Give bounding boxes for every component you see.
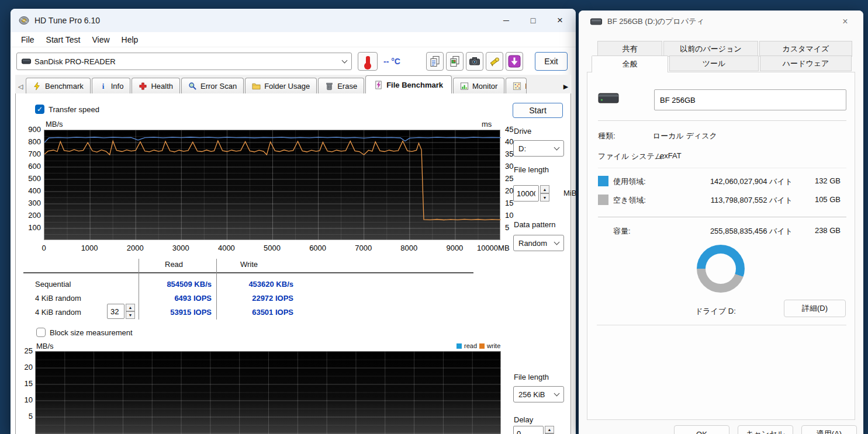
horn-icon[interactable]: [486, 52, 503, 71]
menu-help[interactable]: Help: [116, 35, 144, 44]
close-button[interactable]: ×: [547, 11, 573, 30]
props-tab-0[interactable]: 共有: [597, 41, 662, 57]
used-space-size: 132 GB: [794, 176, 841, 185]
queue-depth-spinner[interactable]: ▲▼: [107, 304, 135, 319]
props-tab-1[interactable]: 以前のバージョン: [663, 41, 758, 57]
dialog-buttons: OKキャンセル適用(A): [674, 425, 857, 434]
file-length-spinner[interactable]: ▲▼: [513, 185, 549, 202]
chart2-legend: read write: [457, 342, 500, 349]
download-icon[interactable]: [506, 52, 523, 71]
apply-button[interactable]: 適用(A): [801, 425, 857, 434]
start-button[interactable]: Start: [513, 103, 563, 118]
props-tab-1[interactable]: ツール: [669, 55, 759, 71]
chart1-ytick-left: 600: [21, 162, 41, 171]
temperature-button[interactable]: [358, 52, 378, 71]
chart1-xtick: 10000MB: [477, 244, 510, 252]
hdtune-titlebar[interactable]: HD Tune Pro 6.10 ─ □ ×: [11, 9, 576, 32]
tab-erase[interactable]: Erase: [318, 78, 364, 93]
svg-text:i: i: [102, 82, 104, 91]
general-tab-page: 種類: ローカル ディスク ファイル システム: exFAT 使用領域: 142…: [587, 72, 855, 420]
thermometer-icon: [366, 56, 370, 67]
menubar: File Start Test View Help: [11, 32, 576, 47]
write-legend-swatch: [479, 343, 485, 349]
chart1-xtick: 5000: [264, 244, 281, 252]
tab-label: Info: [111, 82, 124, 91]
chevron-down-icon: [342, 58, 348, 64]
spin-down-icon[interactable]: ▼: [126, 311, 135, 319]
tab-health[interactable]: Health: [132, 78, 180, 93]
drive-dropdown-value: D:: [518, 144, 526, 153]
file-benchmark-icon: [374, 81, 383, 89]
free-space-bytes: 113,798,807,552 バイト: [670, 195, 793, 206]
ok-button[interactable]: OK: [674, 425, 729, 434]
delay-label: Delay: [514, 415, 533, 424]
read-legend-label: read: [464, 342, 477, 349]
props-tab-2[interactable]: カスタマイズ: [759, 41, 852, 57]
spin-up-icon[interactable]: ▲: [126, 304, 135, 311]
chart1-ytick-left: 500: [21, 174, 41, 183]
drive-icon-large: [597, 88, 620, 110]
volume-name-input[interactable]: [654, 89, 846, 110]
block-size-checkbox[interactable]: Block size measurement: [36, 328, 133, 337]
menu-view[interactable]: View: [86, 35, 115, 44]
camera-icon[interactable]: [466, 52, 483, 71]
tab-r-[interactable]: R..: [506, 78, 527, 93]
props-tab-2[interactable]: ハードウェア: [760, 55, 852, 71]
delay-spinner[interactable]: ▲▼: [513, 426, 554, 434]
props-tab-0[interactable]: 全般: [592, 55, 668, 72]
exit-button[interactable]: Exit: [535, 52, 568, 71]
tab-monitor[interactable]: Monitor: [453, 78, 504, 93]
file-length-input[interactable]: [513, 185, 539, 202]
menu-file[interactable]: File: [15, 35, 40, 44]
spin-down-icon[interactable]: ▼: [540, 193, 549, 202]
col-read: Read: [165, 260, 183, 269]
drive-dropdown[interactable]: D:: [513, 140, 564, 157]
queue-depth-input[interactable]: [107, 304, 125, 319]
block-size-chart: [35, 351, 501, 434]
type-label: 種類:: [598, 131, 615, 141]
data-pattern-dropdown[interactable]: Random: [513, 235, 564, 251]
close-button[interactable]: ×: [832, 12, 859, 31]
tab-label: Erase: [337, 82, 357, 91]
tab-scroll-right[interactable]: ▶: [561, 79, 571, 93]
props-title: BF 256GB (D:)のプロパティ: [607, 16, 704, 27]
tab-info[interactable]: iInfo: [92, 78, 131, 93]
tab-benchmark[interactable]: Benchmark: [26, 78, 91, 93]
chart2-y-unit: MB/s: [36, 342, 54, 350]
spin-up-icon[interactable]: ▲: [540, 185, 549, 193]
chart1-yleft-unit: MB/s: [46, 120, 63, 129]
menu-start-test[interactable]: Start Test: [40, 35, 87, 44]
spin-up-icon[interactable]: ▲: [545, 426, 554, 433]
transfer-speed-chart: [44, 130, 500, 240]
tab-file-benchmark[interactable]: File Benchmark: [365, 75, 452, 93]
tab-error-scan[interactable]: Error Scan: [181, 78, 244, 93]
cancel-button[interactable]: キャンセル: [738, 425, 793, 434]
data-pattern-value: Random: [518, 239, 547, 248]
chart1-ytick-left: 100: [21, 223, 41, 232]
chart1-xtick: 6000: [309, 244, 326, 252]
minimize-button[interactable]: ─: [493, 11, 520, 30]
props-titlebar[interactable]: BF 256GB (D:)のプロパティ ×: [579, 11, 863, 33]
health-icon: [139, 82, 147, 91]
row-4kib-label: 4 KiB random: [35, 294, 81, 303]
copy-image-icon[interactable]: [446, 52, 464, 71]
chart1-ytick-left: 300: [21, 199, 41, 207]
temperature-value: -- °C: [383, 57, 400, 66]
chart2-ytick: 25: [18, 346, 33, 355]
used-space-swatch: [598, 176, 608, 186]
sequential-read: 854509 KB/s: [141, 280, 212, 289]
details-button[interactable]: 詳細(D): [784, 300, 846, 317]
drive-select[interactable]: SanDisk PRO-READER: [16, 53, 352, 70]
maximize-button[interactable]: □: [520, 11, 547, 30]
file-length-unit: MiB: [563, 189, 576, 197]
tab-label: Health: [151, 82, 173, 91]
tab-folder-usage[interactable]: Folder Usage: [245, 78, 317, 93]
file-length2-dropdown[interactable]: 256 KiB: [513, 386, 564, 402]
transfer-speed-checkbox[interactable]: ✓ Transfer speed: [35, 105, 99, 114]
used-space-label: 使用領域:: [613, 176, 646, 187]
sequential-write: 453620 KB/s: [223, 280, 293, 289]
copy-text-icon[interactable]: [426, 52, 444, 71]
delay-input[interactable]: [513, 426, 544, 434]
tab-scroll-left[interactable]: ◁: [15, 79, 26, 93]
chart1-ytick-right: 25: [505, 174, 513, 183]
